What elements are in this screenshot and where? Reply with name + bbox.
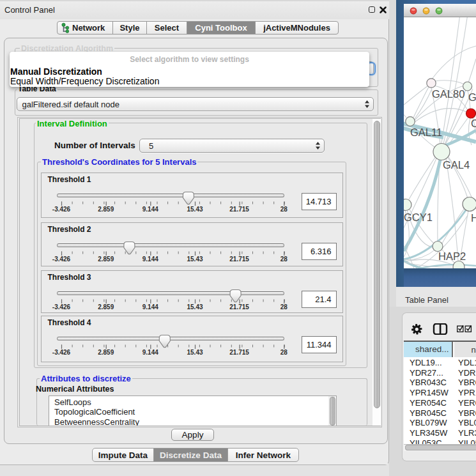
svg-text:GAL11: GAL11 — [410, 127, 442, 138]
svg-text:C: C — [471, 118, 476, 129]
svg-text:HAP2: HAP2 — [438, 250, 466, 262]
svg-text:GAL80: GAL80 — [432, 88, 464, 100]
svg-text:H: H — [471, 212, 476, 224]
svg-text:GA: GA — [468, 91, 476, 103]
svg-text:GCY1: GCY1 — [404, 211, 433, 223]
svg-text:GAL4: GAL4 — [443, 159, 470, 171]
